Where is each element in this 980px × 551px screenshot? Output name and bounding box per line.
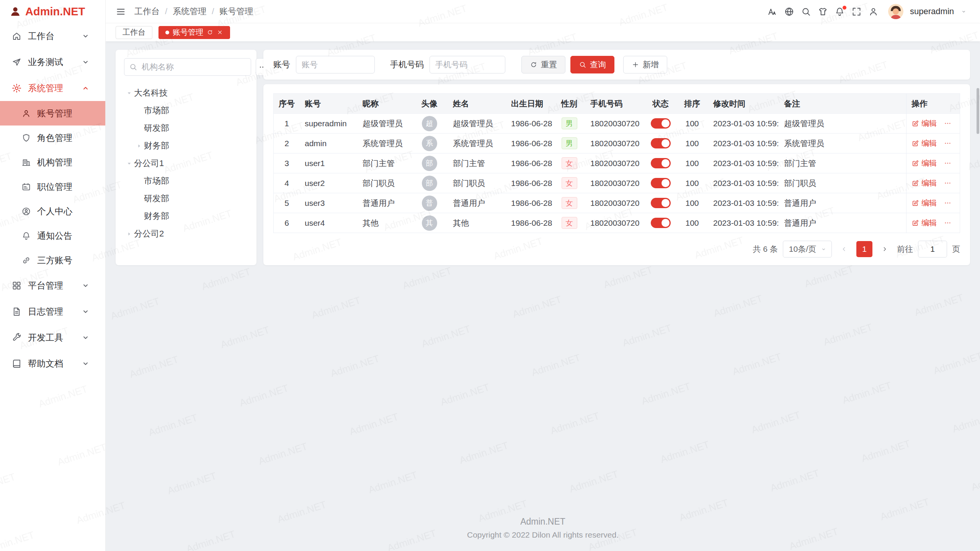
row-more-button[interactable] — [944, 159, 952, 167]
tab-workbench[interactable]: 工作台 — [116, 26, 152, 39]
username[interactable]: superadmin — [910, 7, 954, 16]
cell-modified: 2023-01-03 10:59:44 — [708, 114, 779, 133]
add-label: 新增 — [643, 59, 659, 70]
page-unit-label: 页 — [952, 244, 960, 254]
total-count: 共 6 条 — [753, 244, 777, 254]
cell-name: 系统管理员 — [448, 134, 506, 153]
sidebar-subitem-2-4[interactable]: 个人中心 — [0, 199, 105, 223]
breadcrumb-separator: / — [165, 7, 167, 16]
status-toggle[interactable] — [651, 138, 671, 148]
tab-account-management[interactable]: 账号管理 — [158, 26, 230, 39]
table-column: 账号 手机号码 重置 查询 — [263, 50, 970, 265]
tree-node-0-children-0[interactable]: 市场部 — [124, 102, 248, 119]
status-toggle[interactable] — [651, 178, 671, 188]
breadcrumb-item-0[interactable]: 工作台 — [134, 6, 160, 17]
brand-logo-text: Admin.NET — [25, 5, 85, 18]
cell-nickname: 部门主管 — [358, 153, 411, 173]
tree-node-1-children-1[interactable]: 研发部 — [124, 190, 248, 207]
table-row-2: 2admin系统管理员系系统管理员1986-06-28男180200307201… — [274, 134, 960, 153]
chevUp-icon — [80, 83, 91, 93]
next-page-button[interactable] — [877, 241, 892, 257]
sidebar-subitem-2-6[interactable]: 三方账号 — [0, 248, 105, 272]
col-header-8: 状态 — [645, 94, 676, 113]
table-panel: 序号账号昵称头像姓名出生日期性别手机号码状态排序修改时间备注操作1superad… — [263, 84, 970, 265]
phone-label: 手机号码 — [390, 59, 424, 70]
edit-button[interactable]: 编辑 — [911, 158, 937, 168]
fontsize-icon[interactable] — [767, 7, 777, 17]
sidebar-subitem-2-0[interactable]: 账号管理 — [0, 101, 105, 126]
reset-button[interactable]: 重置 — [521, 56, 565, 73]
sidebar-item-4[interactable]: 日志管理 — [0, 298, 105, 324]
status-toggle[interactable] — [651, 198, 671, 208]
add-button[interactable]: 新增 — [623, 56, 667, 73]
refresh-tab-icon[interactable] — [207, 29, 213, 36]
cell-order: 100 — [676, 114, 708, 133]
expand-icon[interactable] — [851, 7, 862, 17]
chevron-right-icon — [881, 245, 889, 253]
org-search-input[interactable] — [141, 62, 246, 72]
user-icon[interactable] — [868, 7, 879, 17]
col-header-5: 出生日期 — [506, 94, 553, 113]
row-more-button[interactable] — [944, 139, 952, 147]
account-input[interactable] — [296, 56, 375, 73]
collapse-menu-icon[interactable] — [116, 7, 126, 17]
sidebar-item-1[interactable]: 业务测试 — [0, 49, 105, 75]
edit-button[interactable]: 编辑 — [911, 118, 937, 129]
theme-icon[interactable] — [818, 7, 828, 17]
page-number-1[interactable]: 1 — [856, 241, 872, 257]
phone-input[interactable] — [430, 56, 505, 73]
row-more-button[interactable] — [944, 219, 952, 227]
edit-button[interactable]: 编辑 — [911, 198, 937, 208]
sidebar-subitem-2-1[interactable]: 角色管理 — [0, 126, 105, 150]
prev-page-button[interactable] — [837, 241, 851, 257]
bell-icon[interactable] — [835, 7, 845, 17]
reset-label: 重置 — [541, 59, 557, 70]
row-more-button[interactable] — [944, 199, 952, 207]
row-more-button[interactable] — [944, 179, 952, 187]
tree-node-0-children-1[interactable]: 研发部 — [124, 119, 248, 137]
translate-icon[interactable] — [784, 7, 794, 17]
sidebar-item-3[interactable]: 平台管理 — [0, 272, 105, 298]
page-footer: Admin.NET Copyright © 2022 Dilon All rig… — [116, 507, 970, 551]
sidebar-subitem-2-2[interactable]: 机构管理 — [0, 150, 105, 174]
edit-button[interactable]: 编辑 — [911, 138, 937, 148]
sidebar-subitem-2-3[interactable]: 职位管理 — [0, 174, 105, 199]
page-size-select[interactable]: 10条/页 — [783, 241, 832, 258]
breadcrumb-item-1[interactable]: 系统管理 — [173, 6, 206, 17]
cell-phone: 18020030720 — [585, 134, 645, 153]
tree-node-2[interactable]: 分公司2 — [124, 225, 248, 243]
cell-phone: 18020030720 — [585, 193, 645, 213]
cell-birth: 1986-06-28 — [506, 213, 553, 233]
tree-node-1-children-0[interactable]: 市场部 — [124, 172, 248, 190]
row-more-button[interactable] — [944, 119, 952, 127]
edit-button[interactable]: 编辑 — [911, 218, 937, 228]
tree-node-0-children-2[interactable]: 财务部 — [124, 137, 248, 155]
user-menu-chevron-icon[interactable] — [960, 8, 967, 15]
goto-page-input[interactable] — [918, 241, 947, 258]
sidebar-item-2[interactable]: 系统管理 — [0, 75, 105, 101]
tree-node-1[interactable]: 分公司1 — [124, 155, 248, 172]
sidebar-item-5[interactable]: 开发工具 — [0, 324, 105, 350]
col-header-3: 头像 — [411, 94, 448, 113]
cell-op: 编辑 — [906, 134, 960, 153]
sidebar-item-6[interactable]: 帮助文档 — [0, 350, 105, 377]
status-toggle[interactable] — [651, 118, 671, 129]
tab-label: 工作台 — [122, 27, 145, 37]
tree-node-1-children-2[interactable]: 财务部 — [124, 207, 248, 225]
tree-node-0[interactable]: 大名科技 — [124, 84, 248, 102]
edit-button[interactable]: 编辑 — [911, 178, 937, 188]
search-icon[interactable] — [801, 7, 811, 17]
close-tab-icon[interactable] — [217, 29, 223, 36]
sidebar-item-0[interactable]: 工作台 — [0, 23, 105, 49]
search-button[interactable]: 查询 — [570, 56, 614, 73]
status-toggle[interactable] — [651, 158, 671, 168]
cell-order: 100 — [676, 213, 708, 233]
scrollbar-thumb[interactable] — [977, 88, 979, 134]
user-avatar[interactable] — [888, 4, 903, 19]
breadcrumb-item-2[interactable]: 账号管理 — [219, 6, 253, 17]
more-icon — [944, 219, 952, 227]
row-avatar: 系 — [422, 136, 437, 151]
brand-logo[interactable]: Admin.NET — [0, 0, 105, 23]
status-toggle[interactable] — [651, 218, 671, 228]
sidebar-subitem-2-5[interactable]: 通知公告 — [0, 223, 105, 248]
